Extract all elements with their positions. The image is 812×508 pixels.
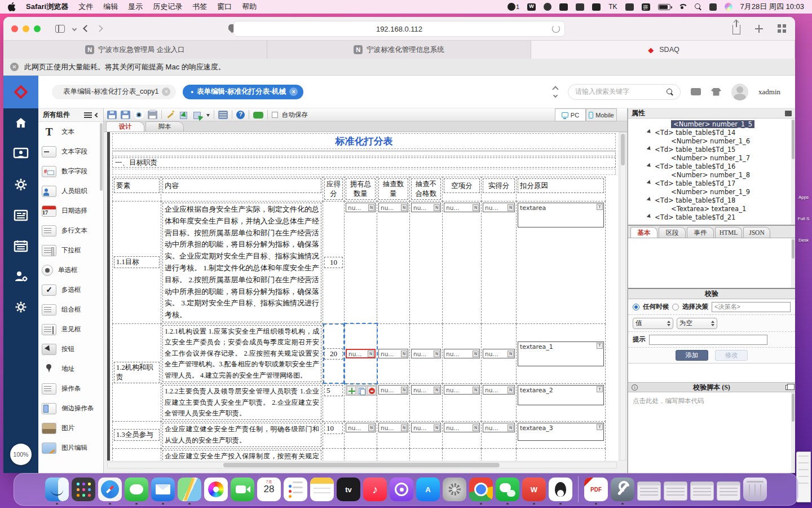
number-input-field[interactable]: nu...N bbox=[483, 423, 515, 432]
desktop-shortcut-icon[interactable] bbox=[798, 166, 809, 177]
address-bar[interactable]: 192.168.0.112 bbox=[233, 21, 565, 37]
dock-item-qq[interactable] bbox=[549, 478, 572, 501]
tab-overview-icon[interactable] bbox=[778, 24, 786, 33]
zoom-window-button[interactable] bbox=[34, 25, 41, 32]
save-as-icon[interactable] bbox=[121, 111, 130, 119]
number-input-field[interactable]: nu...N bbox=[444, 385, 480, 395]
add-button[interactable]: 添加 bbox=[676, 350, 708, 361]
dock-item-facetime[interactable] bbox=[231, 478, 254, 501]
tree-item[interactable]: <Td> table_table$Td_17 bbox=[628, 179, 795, 187]
number-input-field[interactable]: nu...N bbox=[411, 349, 441, 358]
desktop-shortcut-icon[interactable] bbox=[798, 204, 809, 215]
menubar-menu-item[interactable]: 显示 bbox=[128, 2, 143, 12]
tree-expand-icon[interactable] bbox=[647, 129, 654, 136]
dock-item-maps[interactable] bbox=[178, 478, 201, 501]
desktop-shortcut-icon[interactable] bbox=[798, 182, 809, 194]
menubar-clock[interactable]: 7月28日 周四 10:03 bbox=[740, 2, 804, 12]
dock-item-music[interactable]: ♪ bbox=[363, 478, 387, 501]
number-field-cell[interactable]: nu...N bbox=[443, 323, 482, 383]
script-scrollbar[interactable] bbox=[791, 392, 795, 473]
tree-expand-icon[interactable] bbox=[647, 163, 654, 170]
content-cell[interactable]: 企业应根据自身安全生产实际，制定文件化的总体和年度安全生产目标，并纳入企业总体生… bbox=[162, 203, 321, 322]
number-field-cell[interactable]: nu...N bbox=[377, 384, 410, 422]
wechat-status-icon[interactable] bbox=[559, 3, 568, 11]
decision-name-input[interactable]: <决策名> bbox=[712, 302, 791, 312]
content-cell[interactable]: 1.2.1机构设置 1.应落实安全生产组织领导机构，成立安全生产委员会；安委会成… bbox=[162, 325, 321, 382]
dock-item-utility-app[interactable] bbox=[611, 478, 634, 501]
modify-button[interactable]: 修改 bbox=[715, 350, 748, 361]
copy-icon[interactable] bbox=[357, 386, 366, 395]
dock-item-window-thumb[interactable] bbox=[637, 478, 661, 501]
number-field-cell[interactable]: nu...N bbox=[377, 449, 410, 461]
palette-scrollbar[interactable] bbox=[100, 123, 103, 191]
siri-icon[interactable] bbox=[725, 3, 732, 11]
desktop-shortcut-icon[interactable] bbox=[798, 247, 809, 258]
designer-tab[interactable]: 脚本 bbox=[145, 121, 184, 132]
tree-expand-icon[interactable] bbox=[647, 213, 654, 221]
move-handle-icon[interactable] bbox=[347, 386, 356, 395]
palette-item[interactable]: 地址 bbox=[38, 359, 103, 379]
number-input-field[interactable]: nu...N bbox=[378, 385, 408, 395]
properties-tab[interactable]: 事件 bbox=[687, 227, 714, 238]
number-input-field[interactable]: nu...N bbox=[346, 203, 376, 212]
number-input-field[interactable]: nu...N bbox=[411, 423, 441, 432]
menubar-menu-item[interactable]: 窗口 bbox=[217, 2, 232, 12]
score-cell[interactable]: 20 bbox=[324, 348, 343, 360]
number-field-cell[interactable]: nu...N bbox=[377, 323, 410, 383]
tree-item[interactable]: <Number> number_1_8 bbox=[628, 170, 795, 179]
desktop-shortcut-icon[interactable] bbox=[798, 263, 809, 274]
face-status-icon[interactable] bbox=[544, 3, 551, 11]
share-icon[interactable] bbox=[732, 25, 740, 34]
number-input-field[interactable]: nu...N bbox=[378, 349, 408, 358]
dock-item-wps[interactable]: W bbox=[522, 478, 546, 501]
calendar-icon[interactable] bbox=[14, 239, 28, 253]
palette-item[interactable]: 图片 bbox=[38, 418, 103, 438]
gear-icon[interactable] bbox=[14, 177, 28, 192]
number-field-cell[interactable]: nu...N bbox=[410, 449, 443, 461]
menubar-menu-item[interactable]: 文件 bbox=[78, 2, 93, 12]
palette-item[interactable]: 下拉框 bbox=[38, 240, 103, 260]
tree-item[interactable]: <Number> number_1_7 bbox=[628, 154, 795, 162]
score-cell[interactable]: 5 bbox=[324, 385, 343, 396]
user-settings-icon[interactable] bbox=[14, 270, 28, 283]
number-field-cell[interactable]: nu...N bbox=[345, 449, 377, 461]
number-field-cell[interactable]: nu...N bbox=[377, 422, 410, 449]
dock-item-calendar[interactable]: 7月 28 bbox=[257, 478, 281, 501]
new-tab-icon[interactable] bbox=[755, 25, 763, 33]
number-input-field[interactable]: nu...N bbox=[346, 349, 376, 358]
number-input-field[interactable]: nu...N bbox=[483, 385, 515, 395]
number-field-cell[interactable]: nu...N bbox=[443, 422, 482, 449]
message-icon[interactable] bbox=[691, 88, 701, 95]
validation-script-area[interactable]: 点击此处，编写脚本代码 bbox=[628, 392, 795, 473]
username[interactable]: xadmin bbox=[758, 87, 780, 97]
number-field-cell[interactable]: nu...N bbox=[482, 323, 517, 383]
save-icon[interactable] bbox=[107, 111, 117, 119]
panel-minimize-icon[interactable] bbox=[785, 111, 792, 116]
dock-item-reminders[interactable] bbox=[284, 478, 307, 501]
palette-item[interactable]: 侧边操作条 bbox=[38, 398, 103, 418]
battery-icon[interactable] bbox=[658, 4, 670, 10]
number-input-field[interactable]: nu...N bbox=[444, 349, 480, 358]
designer-tab[interactable]: 设计 bbox=[106, 121, 144, 132]
properties-tab[interactable]: JSON bbox=[743, 227, 770, 238]
number-input-field[interactable]: nu...N bbox=[378, 423, 408, 432]
tree-expand-icon[interactable] bbox=[647, 196, 654, 204]
avatar[interactable] bbox=[731, 84, 748, 100]
number-field-cell[interactable]: nu...N bbox=[482, 384, 517, 422]
menubar-menu-item[interactable]: 书签 bbox=[192, 2, 207, 12]
number-field-cell[interactable]: nu...N bbox=[410, 323, 443, 383]
app-search-input[interactable]: 请输入搜索关键字 bbox=[568, 84, 681, 100]
number-input-field[interactable]: nu...N bbox=[411, 385, 441, 395]
palette-item[interactable]: 图片编辑 bbox=[38, 438, 103, 458]
number-field-cell[interactable]: nu...N bbox=[410, 202, 443, 324]
popout-icon[interactable] bbox=[785, 385, 792, 390]
sidebar-toggle-icon[interactable] bbox=[55, 25, 65, 33]
textarea-field[interactable]: textarea_2T bbox=[518, 385, 604, 405]
empty-select[interactable]: 为空 bbox=[677, 318, 717, 329]
number-field-cell[interactable]: nu...N bbox=[443, 202, 482, 324]
number-field-cell[interactable]: nu...N bbox=[410, 422, 443, 449]
back-button[interactable] bbox=[83, 25, 90, 32]
export-icon[interactable] bbox=[193, 111, 202, 119]
tree-item[interactable]: <Td> table_table$Td_14 bbox=[628, 128, 795, 137]
news-icon[interactable] bbox=[14, 209, 28, 222]
